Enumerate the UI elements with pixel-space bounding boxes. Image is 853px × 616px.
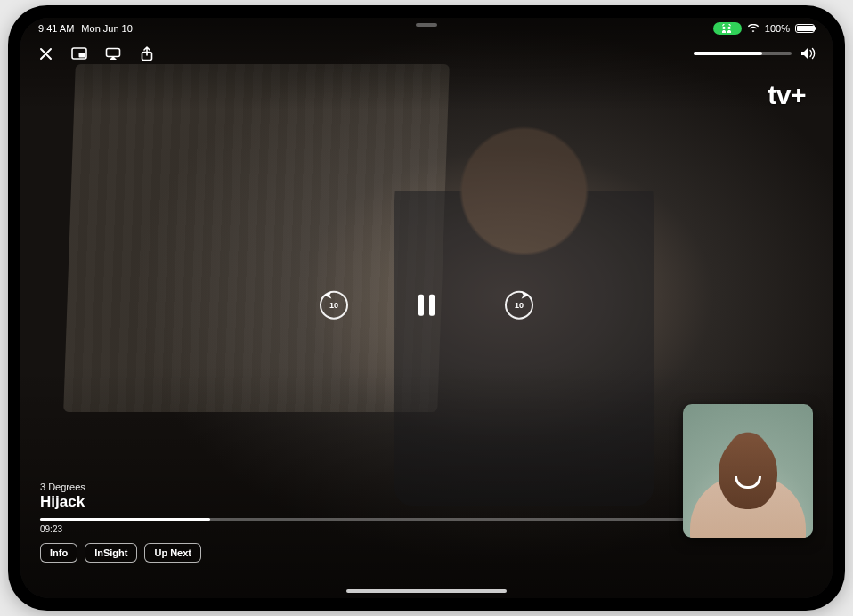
info-chip-row: Info InSight Up Next: [40, 543, 813, 563]
shareplay-status-pill[interactable]: [713, 22, 742, 35]
insight-button[interactable]: InSight: [85, 543, 137, 563]
ipad-device-frame: 9:41 AM Mon Jun 10 100%: [8, 5, 845, 611]
volume-control[interactable]: [694, 47, 816, 60]
volume-slider[interactable]: [694, 52, 792, 55]
skip-forward-value: 10: [515, 301, 524, 310]
svg-rect-1: [79, 53, 85, 58]
screen: 9:41 AM Mon Jun 10 100%: [20, 18, 833, 598]
playback-controls: ➤ 10 ➤ 10: [317, 287, 536, 324]
battery-icon: [795, 24, 815, 33]
skip-back-arrow-icon: ➤: [324, 290, 332, 300]
pause-icon: [418, 295, 435, 316]
status-time: 9:41 AM: [38, 23, 74, 34]
brand-label: tv+: [768, 80, 806, 110]
appletv-brand: tv+: [764, 80, 806, 110]
share-button[interactable]: [138, 45, 156, 62]
status-bar: 9:41 AM Mon Jun 10 100%: [20, 18, 833, 39]
volume-icon: [800, 47, 816, 60]
up-next-button[interactable]: Up Next: [144, 543, 201, 563]
shareplay-icon: [720, 24, 733, 33]
wifi-icon: [747, 24, 760, 33]
close-button[interactable]: [37, 45, 54, 62]
home-indicator[interactable]: [346, 589, 507, 593]
multitask-pill[interactable]: [416, 23, 437, 27]
battery-percent: 100%: [765, 23, 790, 34]
skip-forward-10-button[interactable]: ➤ 10: [502, 288, 536, 322]
pause-button[interactable]: [408, 287, 445, 324]
svg-rect-2: [107, 48, 120, 56]
pip-person-face: [719, 436, 777, 509]
picture-in-picture-button[interactable]: [70, 45, 88, 62]
status-date: Mon Jun 10: [81, 23, 132, 34]
player-top-bar: [37, 45, 816, 62]
skip-back-10-button[interactable]: ➤ 10: [317, 288, 351, 322]
skip-forward-arrow-icon: ➤: [521, 290, 529, 300]
facetime-pip[interactable]: [683, 404, 813, 538]
skip-back-value: 10: [329, 301, 338, 310]
airplay-button[interactable]: [104, 45, 122, 62]
info-button[interactable]: Info: [40, 543, 77, 563]
